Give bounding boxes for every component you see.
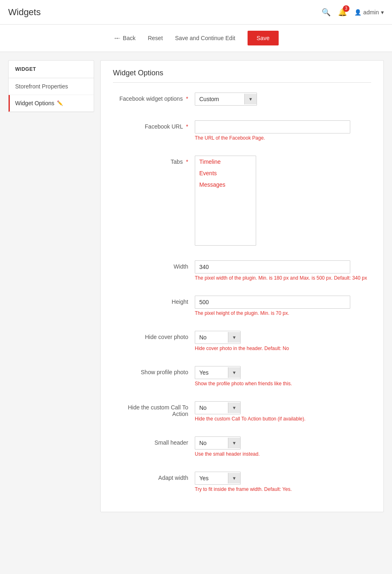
hide-cta-arrow-icon: ▼: [228, 402, 240, 413]
field-hide-custom-cta: No Yes ▼ Hide the custom Call To Action …: [195, 401, 371, 422]
hide-cover-hint: Hide cover photo in the header. Default:…: [195, 346, 371, 351]
label-facebook-widget-options: Facebook widget options *: [113, 93, 195, 102]
adapt-width-select-wrapper: Yes No ▼: [195, 472, 241, 485]
notifications-button[interactable]: 🔔 3: [338, 8, 347, 17]
sidebar-item-widget-options[interactable]: Widget Options ✏️: [9, 95, 94, 112]
facebook-url-input[interactable]: [195, 120, 350, 133]
show-profile-photo-select[interactable]: Yes No: [195, 366, 228, 379]
search-button[interactable]: 🔍: [322, 8, 331, 17]
user-icon: 👤: [354, 9, 361, 16]
field-show-profile-photo: Yes No ▼ Show the profile photo when fri…: [195, 366, 371, 386]
adapt-width-hint: Try to fit inside the frame width. Defau…: [195, 486, 371, 492]
save-continue-label: Save and Continue Edit: [175, 35, 235, 41]
label-hide-custom-cta: Hide the custom Call To Action: [113, 401, 195, 417]
field-adapt-width: Yes No ▼ Try to fit inside the frame wid…: [195, 472, 371, 492]
small-header-arrow-icon: ▼: [228, 438, 240, 448]
facebook-url-hint: The URL of the Facebook Page.: [195, 135, 371, 141]
field-tabs: Timeline Events Messages: [195, 156, 371, 246]
main-content: WIDGET Storefront Properties Widget Opti…: [0, 52, 392, 520]
field-small-header: No Yes ▼ Use the small header instead.: [195, 436, 371, 457]
header-icons: 🔍 🔔 3 👤 admin ▾: [322, 8, 384, 17]
row-small-header: Small header No Yes ▼ Use the small head…: [113, 433, 371, 460]
show-profile-arrow-icon: ▼: [228, 367, 240, 378]
label-adapt-width: Adapt width: [113, 472, 195, 481]
field-facebook-url: The URL of the Facebook Page.: [195, 120, 371, 141]
required-star-url: *: [186, 123, 188, 130]
label-hide-cover-photo: Hide cover photo: [113, 331, 195, 340]
label-height: Height: [113, 296, 195, 305]
hide-cta-select-wrapper: No Yes ▼: [195, 401, 241, 414]
label-small-header: Small header: [113, 436, 195, 446]
small-header-select[interactable]: No Yes: [195, 437, 228, 449]
back-label: ← Back: [115, 35, 135, 41]
adapt-width-arrow-icon: ▼: [228, 473, 240, 484]
hide-cta-hint: Hide the custom Call To Action button (i…: [195, 416, 371, 422]
row-hide-custom-cta: Hide the custom Call To Action No Yes ▼ …: [113, 398, 371, 425]
action-bar: ← ← Back Reset Save and Continue Edit Sa…: [0, 25, 392, 52]
height-hint: The pixel height of the plugin. Min. is …: [195, 310, 371, 316]
top-header: Widgets 🔍 🔔 3 👤 admin ▾: [0, 0, 392, 25]
sidebar-storefront-label: Storefront Properties: [15, 83, 68, 90]
sidebar-item-storefront[interactable]: Storefront Properties: [9, 78, 94, 95]
required-star: *: [186, 95, 188, 102]
row-facebook-url: Facebook URL * The URL of the Facebook P…: [113, 117, 371, 144]
row-hide-cover-photo: Hide cover photo No Yes ▼ Hide cover pho…: [113, 328, 371, 355]
tabs-listbox[interactable]: Timeline Events Messages: [195, 156, 256, 246]
label-facebook-url: Facebook URL *: [113, 120, 195, 130]
label-width: Width: [113, 260, 195, 270]
field-width: The pixel width of the plugin. Min. is 1…: [195, 260, 371, 281]
search-icon: 🔍: [322, 8, 331, 16]
label-tabs: Tabs *: [113, 156, 195, 165]
row-width: Width The pixel width of the plugin. Min…: [113, 257, 371, 284]
hide-cover-photo-select-wrapper: No Yes ▼: [195, 331, 241, 344]
reset-button[interactable]: Reset: [148, 35, 163, 41]
field-facebook-widget-options: Custom Default ▼: [195, 93, 371, 106]
chevron-down-icon: ▾: [381, 9, 384, 16]
width-hint: The pixel width of the plugin. Min. is 1…: [195, 275, 371, 281]
select-arrow-icon: ▼: [244, 94, 257, 104]
notification-badge: 3: [343, 5, 349, 12]
height-input[interactable]: [195, 296, 350, 309]
hide-custom-cta-select[interactable]: No Yes: [195, 402, 228, 414]
sidebar-widget-label: Widget Options: [15, 100, 54, 106]
row-height: Height The pixel height of the plugin. M…: [113, 292, 371, 319]
facebook-widget-options-select-wrapper: Custom Default ▼: [195, 93, 257, 106]
save-label: Save: [257, 35, 270, 41]
facebook-widget-options-select[interactable]: Custom Default: [195, 93, 244, 105]
adapt-width-select[interactable]: Yes No: [195, 472, 228, 484]
show-profile-hint: Show the profile photo when friends like…: [195, 381, 371, 386]
admin-label: admin: [363, 9, 379, 16]
small-header-hint: Use the small header instead.: [195, 451, 371, 457]
back-button[interactable]: ← ← Back: [113, 35, 135, 41]
form-panel: Widget Options Facebook widget options *…: [100, 60, 384, 512]
field-hide-cover-photo: No Yes ▼ Hide cover photo in the header.…: [195, 331, 371, 351]
small-header-select-wrapper: No Yes ▼: [195, 436, 241, 450]
hide-cover-arrow-icon: ▼: [228, 332, 240, 343]
save-continue-button[interactable]: Save and Continue Edit: [175, 35, 235, 41]
row-facebook-widget-options: Facebook widget options * Custom Default…: [113, 89, 371, 109]
label-show-profile-photo: Show profile photo: [113, 366, 195, 375]
field-height: The pixel height of the plugin. Min. is …: [195, 296, 371, 316]
sidebar: WIDGET Storefront Properties Widget Opti…: [8, 60, 94, 112]
save-button[interactable]: Save: [248, 31, 279, 45]
reset-label: Reset: [148, 35, 163, 41]
row-tabs: Tabs * Timeline Events Messages: [113, 152, 371, 249]
row-adapt-width: Adapt width Yes No ▼ Try to fit inside t…: [113, 468, 371, 495]
page-title: Widgets: [8, 7, 41, 18]
width-input[interactable]: [195, 260, 350, 273]
required-star-tabs: *: [186, 158, 188, 165]
hide-cover-photo-select[interactable]: No Yes: [195, 331, 228, 343]
admin-user-menu[interactable]: 👤 admin ▾: [354, 9, 384, 16]
form-panel-title: Widget Options: [113, 69, 371, 83]
row-show-profile-photo: Show profile photo Yes No ▼ Show the pro…: [113, 363, 371, 390]
edit-icon: ✏️: [57, 100, 63, 106]
sidebar-heading: WIDGET: [9, 61, 94, 78]
show-profile-select-wrapper: Yes No ▼: [195, 366, 241, 379]
